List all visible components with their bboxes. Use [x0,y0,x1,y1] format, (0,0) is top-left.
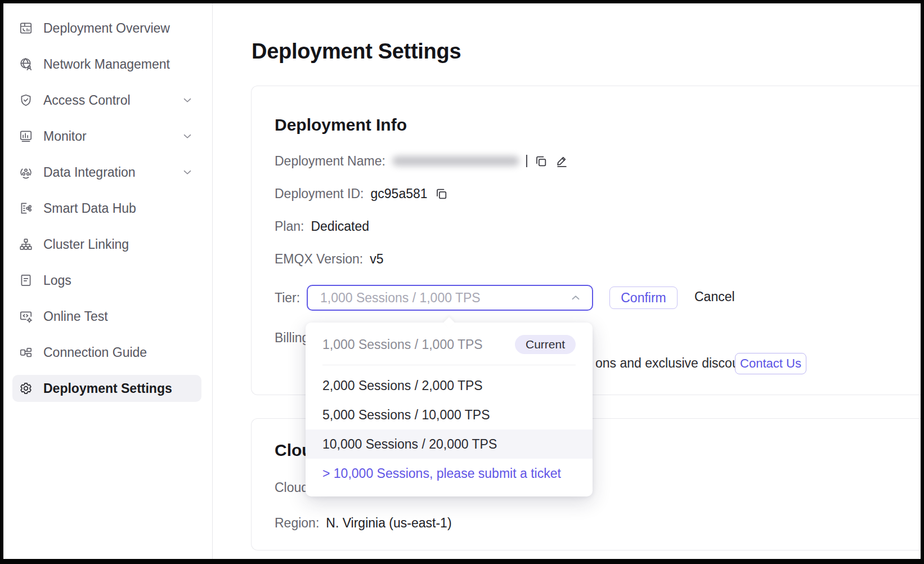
sidebar-item-deployment-overview[interactable]: Deployment Overview [12,15,201,42]
billing-row: Billing [275,329,309,346]
tier-option-label: 5,000 Sessions / 10,000 TPS [322,408,490,423]
cloud-row: Cloud [275,479,308,496]
chevron-down-icon [181,94,194,106]
sidebar-item-label: Monitor [43,129,87,144]
sidebar-item-connection-guide[interactable]: Connection Guide [12,339,201,366]
region-value: N. Virginia (us-east-1) [326,514,451,531]
emqx-version-row: EMQX Version: v5 [275,250,384,267]
current-badge: Current [515,335,576,354]
confirm-button[interactable]: Confirm [609,287,678,309]
deployment-id-value: gc95a581 [371,185,428,202]
sidebar-item-label: Access Control [43,93,131,108]
sidebar-item-label: Data Integration [43,165,136,180]
gear-icon [19,381,33,396]
copy-icon[interactable] [534,154,548,168]
separator-bar [526,155,527,167]
sidebar-item-network-management[interactable]: Network Management [12,51,201,78]
screenshot-frame: Deployment Overview Network Management A… [0,0,924,564]
connection-guide-icon [19,345,33,360]
deployment-overview-icon [19,21,33,35]
tier-row-label: Tier: [275,289,300,306]
app-window: Deployment Overview Network Management A… [3,3,921,559]
tier-option[interactable]: 5,000 Sessions / 10,000 TPS [306,400,593,429]
online-test-icon [19,309,33,324]
emqx-version-value: v5 [370,250,383,267]
tier-option-hovered[interactable]: 10,000 Sessions / 20,000 TPS [306,429,593,459]
sidebar-item-label: Deployment Overview [43,21,170,36]
deployment-id-label: Deployment ID: [275,185,364,202]
tier-option-label: 10,000 Sessions / 20,000 TPS [322,437,497,452]
dropdown-divider [322,365,576,365]
region-label: Region: [275,514,319,531]
sidebar-item-online-test[interactable]: Online Test [12,303,201,330]
sidebar-item-label: Deployment Settings [43,381,172,396]
access-control-icon [19,93,33,108]
billing-label: Billing [275,329,309,346]
sidebar: Deployment Overview Network Management A… [3,3,213,559]
tier-option[interactable]: 2,000 Sessions / 2,000 TPS [306,371,593,400]
edit-icon[interactable] [555,154,569,168]
region-row: Region: N. Virginia (us-east-1) [275,514,452,531]
tier-option-label: 1,000 Sessions / 1,000 TPS [322,337,483,352]
card-heading: Deployment Info [275,115,407,135]
tier-option-label: > 10,000 Sessions, please submit a ticke… [322,466,561,481]
sidebar-item-label: Logs [43,273,71,288]
sidebar-item-access-control[interactable]: Access Control [12,87,201,114]
deployment-name-row: Deployment Name: [275,153,569,169]
network-management-icon [19,57,33,71]
sidebar-item-label: Network Management [43,57,170,72]
tier-option-submit-ticket-link[interactable]: > 10,000 Sessions, please submit a ticke… [306,459,593,488]
sidebar-item-monitor[interactable]: Monitor [12,123,201,150]
logs-icon [19,273,33,288]
tier-label: Tier: [275,289,300,306]
contact-us-button[interactable]: Contact Us [735,353,806,374]
cloud-label: Cloud [275,479,308,496]
sidebar-item-smart-data-hub[interactable]: Smart Data Hub [12,195,201,222]
tier-option-label: 2,000 Sessions / 2,000 TPS [322,378,483,393]
plan-row: Plan: Dedicated [275,218,369,235]
tier-dropdown: 1,000 Sessions / 1,000 TPS Current 2,000… [306,323,593,496]
sidebar-item-label: Online Test [43,309,108,324]
sidebar-item-label: Smart Data Hub [43,201,136,216]
plan-label: Plan: [275,218,304,235]
page-title: Deployment Settings [252,39,461,64]
deployment-name-redacted [392,156,519,166]
sidebar-item-label: Connection Guide [43,345,147,360]
emqx-version-label: EMQX Version: [275,250,363,267]
chevron-up-icon [569,292,582,304]
tier-select[interactable]: 1,000 Sessions / 1,000 TPS [307,285,593,311]
sidebar-item-label: Cluster Linking [43,237,129,252]
chevron-down-icon [181,130,194,142]
tier-option-current[interactable]: 1,000 Sessions / 1,000 TPS Current [306,330,593,359]
data-integration-icon [19,165,33,180]
chevron-down-icon [181,166,194,178]
tier-select-value: 1,000 Sessions / 1,000 TPS [320,290,481,306]
smart-data-hub-icon [19,201,33,216]
deployment-name-label: Deployment Name: [275,153,385,169]
copy-icon[interactable] [434,187,448,201]
sidebar-item-logs[interactable]: Logs [12,267,201,294]
deployment-id-row: Deployment ID: gc95a581 [275,185,448,202]
cancel-button[interactable]: Cancel [694,289,735,305]
sidebar-item-data-integration[interactable]: Data Integration [12,159,201,186]
sidebar-item-deployment-settings[interactable]: Deployment Settings [12,375,201,402]
monitor-icon [19,129,33,144]
cluster-linking-icon [19,237,33,252]
sidebar-item-cluster-linking[interactable]: Cluster Linking [12,231,201,258]
plan-value: Dedicated [311,218,369,235]
